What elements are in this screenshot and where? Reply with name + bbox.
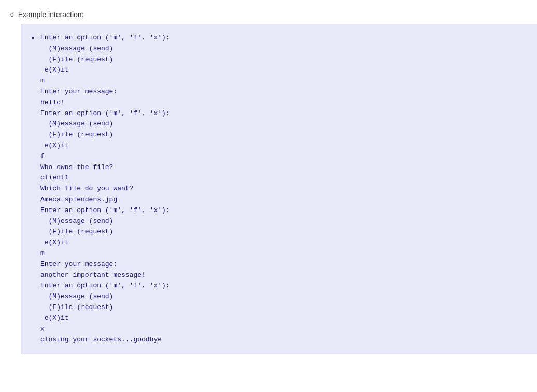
code-content: Enter an option ('m', 'f', 'x'): (M)essa… [40, 33, 170, 345]
example-interaction-header: o Example interaction: [10, 10, 537, 19]
example-interaction-label: Example interaction: [18, 10, 84, 19]
code-block-container: ▪ Enter an option ('m', 'f', 'x'): (M)es… [21, 24, 537, 354]
code-block-inner: ▪ Enter an option ('m', 'f', 'x'): (M)es… [32, 33, 536, 345]
page-container: o Example interaction: ▪ Enter an option… [10, 10, 537, 392]
square-bullet-icon: ▪ [32, 34, 34, 42]
circle-bullet-icon: o [10, 11, 14, 18]
